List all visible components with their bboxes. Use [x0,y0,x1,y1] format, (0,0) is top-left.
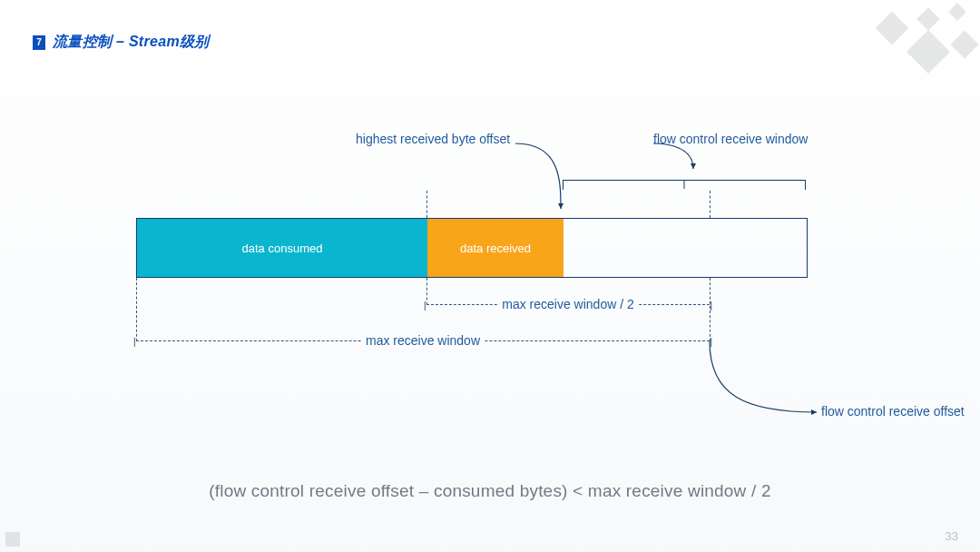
guide-flow-offset-top [710,191,710,218]
slide-title: 流量控制 – Stream级别 [53,33,210,52]
page-number: 33 [946,529,958,543]
label-max-window: max receive window [362,333,484,348]
guide-consumed-end-top [426,191,427,218]
corner-decor [853,0,980,73]
guide-left-edge [136,278,137,341]
segment-received-label: data received [460,242,531,255]
brace-flow-window [563,180,806,192]
logo-icon [5,532,20,547]
segment-consumed: data consumed [137,219,427,277]
dim-max-window: || max receive window [136,340,710,341]
formula-text: (flow control receive offset – consumed … [0,481,980,501]
buffer-bar: data consumed data received [136,218,808,278]
segment-received: data received [427,219,564,277]
label-highest-offset: highest received byte offset [356,132,510,146]
label-half-window: max receive window / 2 [498,297,638,311]
section-badge: 7 [33,35,45,50]
segment-consumed-label: data consumed [242,242,323,255]
arrow-flow-offset [710,341,837,423]
arrow-flow-window [650,138,713,174]
label-flow-offset: flow control receive offset [821,404,965,419]
guide-consumed-end [426,278,427,305]
dim-half-window: || max receive window / 2 [426,304,710,305]
arrow-highest-offset [508,138,581,218]
slide-header: 7 流量控制 – Stream级别 [33,33,210,52]
